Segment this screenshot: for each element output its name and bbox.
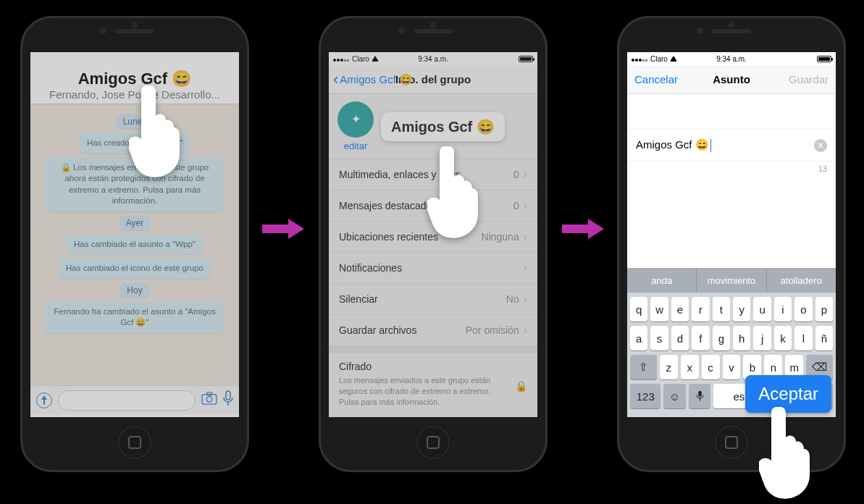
- wifi-icon: [670, 56, 677, 62]
- date-pill: Hoy: [120, 283, 148, 298]
- nav-title: Asunto: [713, 73, 750, 85]
- encryption-notice[interactable]: 🔒 Los mensajes enviados a este grupo aho…: [46, 158, 225, 211]
- status-bar: Claro 9:34 a.m.: [627, 52, 836, 65]
- lock-icon: 🔒: [515, 380, 527, 392]
- row-value: No: [506, 293, 519, 305]
- key-r[interactable]: r: [692, 297, 709, 322]
- key-v[interactable]: v: [723, 355, 741, 379]
- battery-icon: [817, 56, 831, 62]
- home-button[interactable]: [415, 424, 451, 461]
- key-h[interactable]: h: [733, 326, 750, 350]
- svg-rect-3: [226, 391, 230, 400]
- text-caret: [710, 139, 712, 152]
- row-label: Ubicaciones recientes: [339, 231, 438, 243]
- group-header: ✦ editar Amigos Gcf 😄: [329, 94, 537, 159]
- row-label: Multimedia, enlaces y docs: [339, 169, 461, 180]
- chevron-right-icon: ›: [524, 199, 527, 212]
- key-t[interactable]: t: [713, 297, 730, 322]
- save-button[interactable]: Guardar: [789, 73, 829, 85]
- key-x[interactable]: x: [681, 355, 699, 379]
- group-name-field[interactable]: Amigos Gcf 😄: [381, 112, 505, 141]
- mic-icon[interactable]: [223, 390, 233, 410]
- key-u[interactable]: u: [753, 297, 771, 322]
- chat-title[interactable]: Amigos Gcf 😄: [36, 70, 233, 88]
- status-bar: Claro 9:34 a.m.: [329, 52, 537, 65]
- numbers-key[interactable]: 123: [630, 384, 660, 408]
- row-starred[interactable]: Mensajes destacados 0›: [329, 190, 537, 222]
- date-pill: Ayer: [119, 216, 150, 230]
- chevron-right-icon: ›: [524, 230, 527, 243]
- carrier-label: Claro: [650, 55, 668, 63]
- row-mute[interactable]: Silenciar No›: [329, 284, 537, 315]
- key-a[interactable]: a: [630, 326, 647, 350]
- key-c[interactable]: c: [702, 355, 720, 379]
- phone-edit-subject: Claro 9:34 a.m. Cancelar Asunto Guardar …: [617, 16, 846, 472]
- cancel-button[interactable]: Cancelar: [634, 73, 678, 85]
- row-encryption[interactable]: Cifrado Los mensajes enviados a este gru…: [329, 353, 537, 417]
- key-k[interactable]: k: [774, 326, 792, 350]
- group-info-screen: Claro 9:34 a.m. ‹ Amigos Gcf 😄 Info. del…: [329, 52, 537, 417]
- key-q[interactable]: q: [630, 297, 647, 322]
- date-pill: Lunes: [117, 114, 154, 129]
- chevron-right-icon: ›: [524, 293, 527, 306]
- prediction[interactable]: atolladero: [767, 268, 836, 293]
- key-o[interactable]: o: [794, 297, 812, 322]
- key-ñ[interactable]: ñ: [815, 326, 833, 350]
- key-e[interactable]: e: [671, 297, 689, 322]
- prediction[interactable]: movimiento: [697, 268, 766, 293]
- key-s[interactable]: s: [650, 326, 668, 350]
- group-avatar[interactable]: ✦: [337, 101, 374, 138]
- system-message: Fernando ha cambiado el asunto a "Amigos…: [46, 302, 225, 333]
- clock-label: 9:34 a.m.: [716, 55, 747, 63]
- chevron-right-icon: ›: [524, 168, 527, 181]
- system-message: Has cambiado el icono de este grupo: [59, 259, 211, 279]
- svg-rect-5: [698, 391, 701, 397]
- svg-point-1: [206, 397, 212, 403]
- svg-rect-0: [202, 395, 217, 405]
- shift-key[interactable]: ⇧: [630, 355, 657, 379]
- char-count: 13: [627, 161, 836, 176]
- key-p[interactable]: p: [815, 297, 833, 322]
- arrow-between-phones-2: [562, 219, 605, 239]
- chat-input-bar: [30, 385, 239, 414]
- key-g[interactable]: g: [713, 326, 730, 350]
- row-notifications[interactable]: Notificaciones ›: [329, 253, 537, 284]
- row-label: Guardar archivos: [339, 324, 416, 336]
- edit-avatar-link[interactable]: editar: [344, 140, 368, 151]
- key-l[interactable]: l: [794, 326, 812, 350]
- row-label: Notificaciones: [339, 262, 402, 274]
- row-media[interactable]: Multimedia, enlaces y docs 0›: [329, 159, 537, 190]
- key-d[interactable]: d: [671, 326, 689, 350]
- row-save-media[interactable]: Guardar archivos Por omisión›: [329, 315, 537, 346]
- row-locations[interactable]: Ubicaciones recientes Ninguna›: [329, 222, 537, 253]
- carrier-label: Claro: [352, 55, 369, 63]
- key-i[interactable]: i: [774, 297, 792, 322]
- chat-screen: Amigos Gcf 😄 Fernando, Jose Ponce Desarr…: [30, 52, 239, 417]
- clock-label: 9:34 a.m.: [418, 55, 448, 63]
- edit-subject-screen: Claro 9:34 a.m. Cancelar Asunto Guardar …: [627, 52, 836, 417]
- key-f[interactable]: f: [692, 326, 709, 350]
- battery-icon: [519, 56, 533, 62]
- subject-input[interactable]: Amigos Gcf 😄 ✕: [627, 129, 836, 161]
- home-button[interactable]: [117, 424, 153, 461]
- prediction[interactable]: anda: [627, 268, 697, 293]
- encryption-desc: Los mensajes enviados a este grupo están…: [339, 375, 527, 408]
- camera-icon[interactable]: [201, 392, 217, 408]
- clear-icon[interactable]: ✕: [814, 139, 827, 152]
- dictation-key[interactable]: [689, 384, 710, 408]
- key-y[interactable]: y: [733, 297, 750, 322]
- emoji-key[interactable]: ☺: [663, 384, 685, 408]
- message-input[interactable]: [58, 390, 196, 411]
- key-j[interactable]: j: [753, 326, 771, 350]
- arrow-between-phones-1: [262, 219, 306, 239]
- system-message: Has creado el grupo "Wp": [80, 133, 190, 154]
- key-w[interactable]: w: [650, 297, 668, 322]
- attach-icon[interactable]: [36, 392, 52, 408]
- home-button[interactable]: [713, 424, 750, 461]
- back-button[interactable]: ‹ Amigos Gcf 😄: [333, 72, 413, 88]
- chat-subtitle: Fernando, Jose Ponce Desarrollo...: [36, 88, 233, 101]
- key-z[interactable]: z: [660, 355, 678, 379]
- chat-header[interactable]: Amigos Gcf 😄 Fernando, Jose Ponce Desarr…: [30, 65, 239, 104]
- accept-button[interactable]: Aceptar: [745, 375, 831, 413]
- nav-bar: Cancelar Asunto Guardar: [627, 65, 836, 94]
